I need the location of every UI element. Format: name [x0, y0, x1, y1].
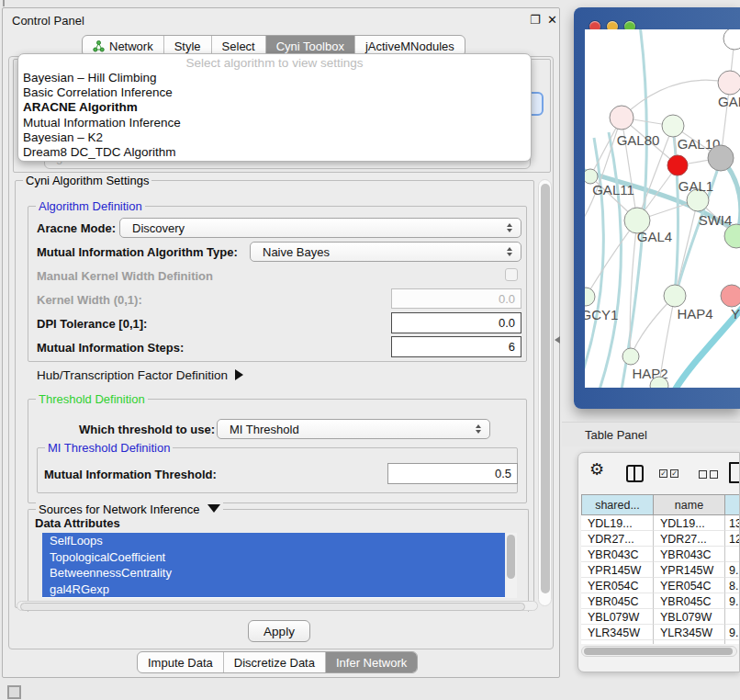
table-cell: 8. [725, 578, 740, 593]
close-icon[interactable]: ✕ [547, 13, 561, 27]
column-header[interactable]: shared... [581, 494, 654, 515]
hub-definition-label: Hub/Transcription Factor Definition [37, 368, 228, 382]
table-row[interactable]: YBR045CYBR045C9. [581, 593, 740, 609]
table-cell: YIL052C [654, 640, 725, 644]
gear-icon[interactable]: ⚙ [589, 459, 604, 480]
manual-kernel-checkbox[interactable] [505, 268, 518, 281]
network-node-gcy1[interactable] [585, 288, 595, 306]
attr-list-scrollbar-thumb[interactable] [507, 535, 515, 579]
dpi-tolerance-field[interactable]: 0.0 [391, 312, 521, 333]
table-cell: 9. [725, 625, 740, 640]
table-panel-titlebar: Table Panel [562, 422, 740, 446]
minimized-panel-icon[interactable] [7, 685, 21, 699]
network-node-label: GAL [718, 94, 740, 109]
table-cell: YIL052C [581, 640, 654, 644]
settings-hscrollbar-track[interactable] [17, 601, 538, 611]
network-node-gal[interactable] [718, 71, 740, 95]
which-threshold-combo[interactable]: MI Threshold [217, 419, 490, 439]
kernel-width-label: Kernel Width (0,1): [37, 293, 142, 307]
network-node[interactable] [708, 145, 734, 171]
table-row[interactable]: YDR27...YDR27...12 [581, 531, 740, 547]
mi-threshold-label: Mutual Information Threshold: [44, 468, 217, 481]
algorithm-option[interactable]: Bayesian – Hill Climbing [18, 71, 531, 85]
table-row[interactable]: YBR043CYBR043C [581, 547, 740, 562]
algorithm-option[interactable]: ARACNE Algorithm [18, 100, 531, 115]
document-icon[interactable] [729, 462, 740, 483]
table-row[interactable]: YDL19...YDL19...13 [581, 515, 740, 531]
table-row[interactable]: YIL052CYIL052C9. [581, 640, 740, 644]
settings-hscrollbar-thumb[interactable] [20, 603, 525, 611]
settings-vscrollbar-thumb[interactable] [541, 184, 550, 593]
columns-icon[interactable] [626, 465, 644, 482]
table-panel: ⚙ ✓✓ shared...name YDL19...YDL19...13YDR… [577, 452, 740, 672]
table-row[interactable]: YPR145WYPR145W9. [581, 562, 740, 578]
select-all-checks-icon[interactable]: ✓✓ [659, 469, 678, 478]
network-edge[interactable] [622, 80, 730, 118]
network-node-hap4[interactable] [664, 285, 686, 307]
algorithm-option[interactable]: Mutual Information Inference [18, 116, 531, 130]
column-header[interactable]: name [654, 494, 725, 515]
algorithm-option[interactable]: Bayesian – K2 [18, 130, 531, 145]
tab-label: Select [222, 40, 255, 53]
column-header[interactable] [725, 494, 740, 515]
network-node-label: GAL4 [637, 229, 672, 244]
hub-definition-toggle[interactable]: Hub/Transcription Factor Definition [37, 368, 243, 382]
network-node-gal80[interactable] [610, 106, 633, 130]
collapsed-arrow-icon[interactable] [235, 369, 243, 380]
network-node-hap2[interactable] [622, 348, 639, 365]
network-view-window[interactable]: GALGAL80GAL10GAL1GAL11GAL4SWI4GCY1HAP4YH… [574, 7, 740, 409]
tab-infer-network[interactable]: Infer Network [325, 652, 417, 672]
table-row[interactable]: YBL079WYBL079W [581, 609, 740, 625]
table-cell: YDL19... [654, 515, 725, 531]
expanded-arrow-icon[interactable] [207, 504, 220, 513]
network-node-y[interactable] [721, 285, 740, 307]
algorithm-dropdown[interactable]: Select algorithm to view settings Bayesi… [17, 53, 532, 162]
table-rows[interactable]: YDL19...YDL19...13YDR27...YDR27...12YBR0… [581, 515, 740, 644]
float-window-icon[interactable]: ❐ [530, 13, 544, 27]
network-node-label: GAL80 [617, 132, 660, 148]
table-header: shared...name [581, 494, 740, 515]
mi-threshold-field[interactable]: 0.5 [387, 463, 518, 484]
table-row[interactable]: YLR345WYLR345W9. [581, 625, 740, 640]
table-cell: 9. [725, 640, 740, 644]
aracne-mode-combo[interactable]: Discovery [119, 218, 521, 238]
table-cell: YLR345W [581, 625, 654, 640]
control-panel-title: Control Panel [12, 14, 84, 28]
kernel-width-field[interactable]: 0.0 [391, 288, 521, 309]
attribute-item[interactable]: BetweennessCentrality [42, 565, 512, 581]
attribute-item[interactable]: TopologicalCoefficient [42, 549, 512, 566]
table-row[interactable]: YER054CYER054C8. [581, 578, 740, 593]
table-hscrollbar-track[interactable] [581, 646, 737, 657]
mi-type-combo[interactable]: Naive Bayes [250, 242, 521, 262]
tab-impute-data[interactable]: Impute Data [138, 652, 223, 672]
algorithm-option[interactable]: Basic Correlation Inference [18, 85, 531, 100]
mi-steps-label: Mutual Information Steps: [37, 341, 184, 355]
attribute-item[interactable]: gal4RGexp [42, 581, 512, 598]
attribute-item[interactable]: SelfLoops [42, 533, 512, 549]
mi-type-value: Naive Bayes [263, 245, 330, 259]
table-hscrollbar-thumb[interactable] [584, 648, 733, 655]
combo-arrows-icon [507, 247, 512, 256]
network-node[interactable] [667, 155, 688, 175]
data-attributes-list[interactable]: SelfLoopsTopologicalCoefficientBetweenne… [42, 533, 512, 598]
deselect-all-checks-icon[interactable] [699, 470, 718, 479]
network-canvas[interactable]: GALGAL80GAL10GAL1GAL11GAL4SWI4GCY1HAP4YH… [585, 29, 740, 388]
tab-label: Discretize Data [234, 656, 315, 670]
network-svg: GALGAL80GAL10GAL1GAL11GAL4SWI4GCY1HAP4YH… [585, 29, 740, 388]
table-cell: 9. [725, 562, 740, 578]
algorithm-option[interactable]: Dream8 DC_TDC Algorithm [18, 145, 531, 160]
network-node[interactable] [723, 29, 740, 50]
network-node-label: GAL11 [592, 182, 634, 198]
mi-steps-field[interactable]: 6 [391, 336, 521, 357]
network-edge[interactable] [586, 220, 637, 297]
apply-button[interactable]: Apply [248, 620, 310, 642]
window-edge-sliver [3, 0, 5, 6]
panel-divider-collapse-icon[interactable] [555, 336, 560, 344]
network-node-label: GCY1 [585, 307, 618, 322]
data-attributes-label: Data Attributes [35, 516, 120, 530]
network-node-gal10[interactable] [662, 115, 684, 137]
attr-list-scrollbar-track[interactable] [505, 533, 517, 598]
tab-discretize-data[interactable]: Discretize Data [223, 652, 325, 672]
table-cell: YER054C [581, 578, 654, 593]
settings-vscrollbar-track[interactable] [538, 179, 552, 606]
